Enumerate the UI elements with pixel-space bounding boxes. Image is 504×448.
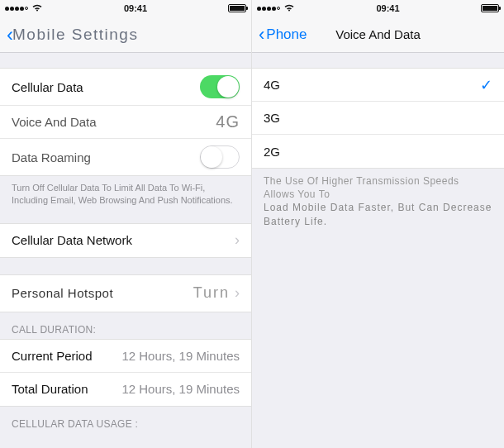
signal-dots-icon [257, 7, 280, 11]
nav-bar: ‹ Phone Voice And Data [252, 17, 504, 53]
row-label: Cellular Data [12, 80, 83, 94]
option-2g-row[interactable]: 2G [252, 135, 504, 168]
row-value: 12 Hours, 19 Minutes [121, 382, 240, 396]
back-button[interactable]: ‹ Mobile Settings [7, 25, 138, 45]
nav-title: Voice And Data [335, 27, 421, 41]
wifi-icon [283, 3, 295, 13]
cellular-data-row[interactable]: Cellular Data [0, 69, 251, 106]
call-duration-header: CALL DURATION: [0, 312, 251, 339]
option-3g-row[interactable]: 3G [252, 102, 504, 135]
row-label: Data Roaming [12, 150, 91, 164]
personal-hotspot-row[interactable]: Personal Hotspot Turn › [0, 275, 251, 312]
cellular-data-footer: Turn Off Cellular Data To Limit All Data… [0, 176, 251, 207]
back-button[interactable]: ‹ Phone [259, 26, 307, 44]
back-label: Phone [266, 26, 307, 43]
row-label: 2G [264, 145, 280, 159]
battery-icon [228, 4, 246, 12]
voice-and-data-row[interactable]: Voice And Data 4G [0, 106, 251, 139]
nav-bar: ‹ Mobile Settings [0, 17, 251, 53]
chevron-left-icon: ‹ [259, 26, 264, 44]
cellular-usage-header: CELLULAR DATA USAGE : [0, 407, 251, 433]
option-4g-row[interactable]: 4G ✓ [252, 69, 504, 102]
cellular-data-network-row[interactable]: Cellular Data Network › [0, 224, 251, 257]
wifi-icon [31, 3, 43, 13]
row-label: Personal Hotspot [12, 286, 113, 300]
data-roaming-row[interactable]: Data Roaming [0, 139, 251, 175]
row-label: Current Period [12, 349, 93, 363]
settings-left-pane: 09:41 ‹ Mobile Settings Cellular Data Vo… [0, 0, 252, 448]
data-roaming-toggle[interactable] [200, 145, 240, 169]
settings-right-pane: 09:41 ‹ Phone Voice And Data 4G ✓ 3G 2G … [252, 0, 504, 448]
row-label: Total Duration [12, 382, 88, 396]
row-label: Voice And Data [12, 115, 97, 129]
row-value: 12 Hours, 19 Minutes [121, 349, 240, 363]
total-duration-row: Total Duration 12 Hours, 19 Minutes [0, 373, 251, 406]
status-time: 09:41 [376, 3, 399, 13]
row-label: 4G [264, 78, 280, 92]
chevron-right-icon: › [235, 284, 240, 302]
cellular-data-toggle[interactable] [200, 75, 240, 98]
row-value: Turn [193, 284, 230, 302]
status-bar: 09:41 [0, 0, 251, 17]
signal-dots-icon [5, 7, 28, 11]
row-label: 3G [264, 111, 280, 125]
current-period-row: Current Period 12 Hours, 19 Minutes [0, 340, 251, 373]
nav-title: Mobile Settings [12, 26, 138, 44]
row-value: 4G [216, 112, 240, 131]
checkmark-icon: ✓ [480, 76, 492, 94]
row-label: Cellular Data Network [12, 233, 132, 247]
battery-icon [481, 4, 499, 12]
transmission-footer: The Use Of Higher Transmission Speeds Al… [252, 169, 504, 228]
chevron-right-icon: › [235, 231, 240, 249]
status-time: 09:41 [124, 3, 147, 13]
status-bar: 09:41 [252, 0, 504, 17]
